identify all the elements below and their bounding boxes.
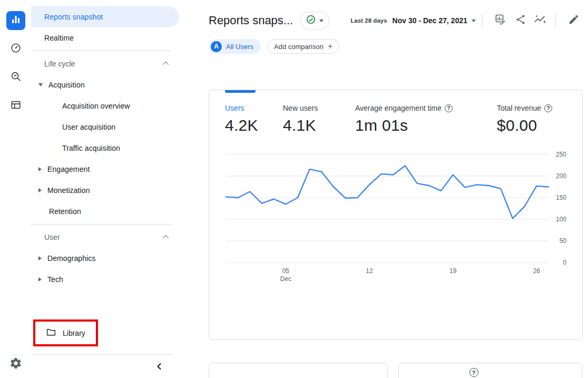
svg-text:150: 150 bbox=[556, 194, 566, 201]
sidebar-item-demographics[interactable]: Demographics bbox=[31, 248, 179, 269]
sidebar-item-label: Realtime bbox=[44, 34, 74, 42]
all-users-chip[interactable]: A All Users bbox=[209, 39, 261, 54]
report-status-dropdown[interactable] bbox=[300, 12, 329, 30]
metric-value: 4.2K bbox=[225, 117, 283, 134]
sidebar-item-reports-snapshot[interactable]: Reports snapshot bbox=[31, 6, 179, 27]
gauge-icon bbox=[10, 42, 22, 56]
sidebar-item-label: Tech bbox=[47, 275, 63, 284]
sidebar-divider bbox=[31, 224, 171, 225]
plus-icon: + bbox=[328, 42, 332, 51]
check-circle-icon bbox=[306, 15, 316, 26]
page-title: Reports snaps... bbox=[209, 14, 293, 27]
insights-icon bbox=[534, 13, 547, 28]
metric-label: Average engagement time ? bbox=[355, 104, 497, 112]
overview-card: Users 4.2K New users 4.1K Average engage… bbox=[209, 90, 583, 340]
share-button[interactable] bbox=[512, 12, 529, 29]
segment-avatar: A bbox=[211, 41, 222, 52]
insights-button[interactable] bbox=[532, 12, 549, 29]
nav-advertising[interactable] bbox=[6, 96, 25, 115]
sidebar-item-tech[interactable]: Tech bbox=[31, 269, 179, 290]
triangle-collapsed-icon[interactable] bbox=[38, 188, 42, 192]
sidebar-item-acquisition[interactable]: Acquisition bbox=[31, 74, 179, 95]
date-range-label: Nov 30 - Dec 27, 2021 bbox=[393, 16, 467, 25]
sidebar-item-retention[interactable]: Retention bbox=[31, 201, 179, 222]
chevron-down-icon bbox=[472, 20, 476, 22]
comparison-chips: A All Users Add comparison + bbox=[209, 39, 582, 54]
metric-value: 1m 01s bbox=[355, 117, 497, 134]
chevron-up-icon[interactable] bbox=[163, 62, 169, 67]
triangle-collapsed-icon[interactable] bbox=[38, 277, 42, 282]
customize-report-button[interactable] bbox=[492, 12, 509, 29]
triangle-collapsed-icon[interactable] bbox=[38, 167, 42, 171]
report-header: Reports snaps... Last 28 days Nov 30 - D… bbox=[209, 11, 582, 31]
date-preset-label: Last 28 days bbox=[351, 17, 387, 24]
sidebar-item-user-acquisition[interactable]: User acquisition bbox=[31, 117, 179, 138]
metric-total-revenue[interactable]: Total revenue ? $0.00 bbox=[497, 104, 566, 134]
nav-reports[interactable] bbox=[6, 11, 25, 30]
metric-value: $0.00 bbox=[497, 117, 566, 134]
library-label: Library bbox=[63, 329, 85, 337]
svg-text:26: 26 bbox=[533, 267, 541, 275]
customize-report-icon bbox=[494, 13, 507, 28]
chevron-down-icon bbox=[319, 20, 324, 22]
edit-report-button[interactable] bbox=[565, 12, 582, 29]
metric-label: Total revenue ? bbox=[497, 104, 566, 112]
sidebar-item-label: User acquisition bbox=[62, 123, 115, 131]
share-icon bbox=[515, 14, 526, 27]
sidebar-item-traffic-acquisition[interactable]: Traffic acquisition bbox=[31, 138, 179, 159]
search-explore-icon bbox=[10, 71, 22, 84]
nav-home[interactable] bbox=[6, 40, 25, 59]
svg-text:200: 200 bbox=[556, 172, 566, 180]
metric-avg-engagement-time[interactable]: Average engagement time ? 1m 01s bbox=[355, 104, 497, 134]
triangle-collapsed-icon[interactable] bbox=[38, 256, 42, 260]
sidebar-item-label: Engagement bbox=[47, 165, 90, 173]
svg-text:12: 12 bbox=[366, 267, 373, 275]
triangle-expanded-icon[interactable] bbox=[38, 83, 43, 86]
help-icon[interactable]: ? bbox=[469, 368, 478, 377]
sidebar-item-realtime[interactable]: Realtime bbox=[31, 27, 179, 49]
all-users-label: All Users bbox=[226, 43, 253, 51]
nav-explore[interactable] bbox=[6, 68, 25, 87]
svg-text:0: 0 bbox=[563, 259, 566, 266]
app-root: { "app": { "colors": { "accent": "#1a73e… bbox=[0, 0, 588, 378]
section-label: Life cycle bbox=[44, 60, 75, 68]
admin-settings[interactable] bbox=[0, 357, 31, 372]
reports-sidebar: Reports snapshot Realtime Life cycle Acq… bbox=[31, 0, 179, 378]
svg-text:19: 19 bbox=[449, 267, 457, 275]
metric-users[interactable]: Users 4.2K bbox=[225, 104, 283, 134]
sidebar-section-user[interactable]: User bbox=[31, 227, 179, 248]
chevron-left-icon bbox=[155, 363, 163, 372]
date-range-picker[interactable]: Nov 30 - Dec 27, 2021 bbox=[393, 16, 476, 25]
help-icon[interactable]: ? bbox=[544, 104, 552, 112]
sidebar-item-label: Traffic acquisition bbox=[62, 144, 120, 152]
svg-text:05: 05 bbox=[282, 267, 290, 275]
sidebar-item-acquisition-overview[interactable]: Acquisition overview bbox=[31, 95, 179, 117]
sidebar-divider bbox=[31, 354, 173, 355]
sidebar-item-label: Demographics bbox=[47, 254, 95, 263]
sidebar-item-monetization[interactable]: Monetization bbox=[31, 180, 179, 201]
folder-icon bbox=[46, 328, 56, 338]
metrics-row: Users 4.2K New users 4.1K Average engage… bbox=[225, 104, 566, 134]
gear-icon bbox=[9, 357, 22, 372]
active-tab-indicator[interactable] bbox=[225, 90, 256, 93]
header-divider bbox=[555, 14, 556, 27]
sidebar-item-label: Reports snapshot bbox=[44, 13, 103, 21]
chevron-up-icon[interactable] bbox=[163, 235, 169, 241]
sidebar-item-library[interactable]: Library bbox=[35, 322, 96, 344]
collapse-sidebar-button[interactable] bbox=[152, 360, 166, 375]
pencil-icon bbox=[568, 14, 580, 27]
main-content: Reports snaps... Last 28 days Nov 30 - D… bbox=[179, 0, 588, 378]
sidebar-item-label: Monetization bbox=[47, 186, 90, 195]
annotation-highlight-box: Library bbox=[33, 319, 98, 346]
help-icon[interactable]: ? bbox=[445, 104, 453, 112]
add-comparison-button[interactable]: Add comparison + bbox=[267, 39, 339, 54]
sidebar-section-life-cycle[interactable]: Life cycle bbox=[31, 53, 179, 74]
sidebar-item-engagement[interactable]: Engagement bbox=[31, 159, 179, 180]
svg-text:100: 100 bbox=[556, 216, 566, 223]
metric-new-users[interactable]: New users 4.1K bbox=[283, 104, 355, 134]
nav-rail bbox=[0, 0, 31, 378]
bottom-card-right: ? bbox=[398, 363, 583, 378]
sidebar-item-label: Acquisition overview bbox=[62, 102, 130, 110]
metric-label: Users bbox=[225, 104, 283, 112]
svg-text:Dec: Dec bbox=[280, 275, 291, 283]
